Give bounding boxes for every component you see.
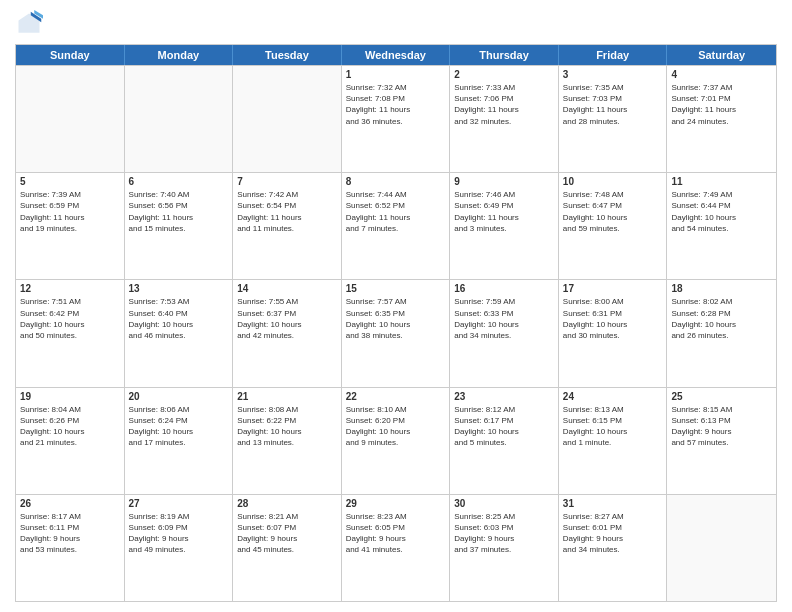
day-number: 20 bbox=[129, 391, 229, 402]
day-number: 1 bbox=[346, 69, 446, 80]
calendar-cell: 3Sunrise: 7:35 AM Sunset: 7:03 PM Daylig… bbox=[559, 66, 668, 172]
day-number: 21 bbox=[237, 391, 337, 402]
cell-text: Sunrise: 7:33 AM Sunset: 7:06 PM Dayligh… bbox=[454, 82, 554, 127]
day-number: 29 bbox=[346, 498, 446, 509]
cell-text: Sunrise: 7:37 AM Sunset: 7:01 PM Dayligh… bbox=[671, 82, 772, 127]
cell-text: Sunrise: 8:08 AM Sunset: 6:22 PM Dayligh… bbox=[237, 404, 337, 449]
day-number: 9 bbox=[454, 176, 554, 187]
calendar-cell bbox=[667, 495, 776, 601]
day-number: 28 bbox=[237, 498, 337, 509]
cell-text: Sunrise: 7:55 AM Sunset: 6:37 PM Dayligh… bbox=[237, 296, 337, 341]
day-number: 26 bbox=[20, 498, 120, 509]
cell-text: Sunrise: 7:51 AM Sunset: 6:42 PM Dayligh… bbox=[20, 296, 120, 341]
day-number: 12 bbox=[20, 283, 120, 294]
day-number: 4 bbox=[671, 69, 772, 80]
calendar-header: SundayMondayTuesdayWednesdayThursdayFrid… bbox=[16, 45, 776, 65]
cell-text: Sunrise: 8:13 AM Sunset: 6:15 PM Dayligh… bbox=[563, 404, 663, 449]
calendar-row-2: 5Sunrise: 7:39 AM Sunset: 6:59 PM Daylig… bbox=[16, 172, 776, 279]
calendar-cell: 2Sunrise: 7:33 AM Sunset: 7:06 PM Daylig… bbox=[450, 66, 559, 172]
calendar-cell: 24Sunrise: 8:13 AM Sunset: 6:15 PM Dayli… bbox=[559, 388, 668, 494]
calendar-cell: 31Sunrise: 8:27 AM Sunset: 6:01 PM Dayli… bbox=[559, 495, 668, 601]
cell-text: Sunrise: 8:27 AM Sunset: 6:01 PM Dayligh… bbox=[563, 511, 663, 556]
calendar-cell: 21Sunrise: 8:08 AM Sunset: 6:22 PM Dayli… bbox=[233, 388, 342, 494]
logo-icon bbox=[15, 10, 43, 38]
calendar-cell: 5Sunrise: 7:39 AM Sunset: 6:59 PM Daylig… bbox=[16, 173, 125, 279]
calendar-cell: 17Sunrise: 8:00 AM Sunset: 6:31 PM Dayli… bbox=[559, 280, 668, 386]
cell-text: Sunrise: 7:57 AM Sunset: 6:35 PM Dayligh… bbox=[346, 296, 446, 341]
cell-text: Sunrise: 7:48 AM Sunset: 6:47 PM Dayligh… bbox=[563, 189, 663, 234]
cell-text: Sunrise: 8:06 AM Sunset: 6:24 PM Dayligh… bbox=[129, 404, 229, 449]
day-number: 19 bbox=[20, 391, 120, 402]
cell-text: Sunrise: 8:17 AM Sunset: 6:11 PM Dayligh… bbox=[20, 511, 120, 556]
cell-text: Sunrise: 7:44 AM Sunset: 6:52 PM Dayligh… bbox=[346, 189, 446, 234]
calendar-cell: 14Sunrise: 7:55 AM Sunset: 6:37 PM Dayli… bbox=[233, 280, 342, 386]
calendar: SundayMondayTuesdayWednesdayThursdayFrid… bbox=[15, 44, 777, 602]
calendar-cell: 28Sunrise: 8:21 AM Sunset: 6:07 PM Dayli… bbox=[233, 495, 342, 601]
calendar-cell: 9Sunrise: 7:46 AM Sunset: 6:49 PM Daylig… bbox=[450, 173, 559, 279]
cell-text: Sunrise: 8:25 AM Sunset: 6:03 PM Dayligh… bbox=[454, 511, 554, 556]
day-number: 17 bbox=[563, 283, 663, 294]
day-number: 15 bbox=[346, 283, 446, 294]
calendar-row-1: 1Sunrise: 7:32 AM Sunset: 7:08 PM Daylig… bbox=[16, 65, 776, 172]
cell-text: Sunrise: 7:39 AM Sunset: 6:59 PM Dayligh… bbox=[20, 189, 120, 234]
day-number: 27 bbox=[129, 498, 229, 509]
calendar-body: 1Sunrise: 7:32 AM Sunset: 7:08 PM Daylig… bbox=[16, 65, 776, 601]
calendar-cell: 10Sunrise: 7:48 AM Sunset: 6:47 PM Dayli… bbox=[559, 173, 668, 279]
cell-text: Sunrise: 8:00 AM Sunset: 6:31 PM Dayligh… bbox=[563, 296, 663, 341]
day-number: 16 bbox=[454, 283, 554, 294]
calendar-cell: 15Sunrise: 7:57 AM Sunset: 6:35 PM Dayli… bbox=[342, 280, 451, 386]
calendar-cell: 11Sunrise: 7:49 AM Sunset: 6:44 PM Dayli… bbox=[667, 173, 776, 279]
cell-text: Sunrise: 8:19 AM Sunset: 6:09 PM Dayligh… bbox=[129, 511, 229, 556]
calendar-cell: 18Sunrise: 8:02 AM Sunset: 6:28 PM Dayli… bbox=[667, 280, 776, 386]
cell-text: Sunrise: 7:59 AM Sunset: 6:33 PM Dayligh… bbox=[454, 296, 554, 341]
calendar-cell: 19Sunrise: 8:04 AM Sunset: 6:26 PM Dayli… bbox=[16, 388, 125, 494]
logo bbox=[15, 10, 47, 38]
day-number: 23 bbox=[454, 391, 554, 402]
day-number: 5 bbox=[20, 176, 120, 187]
calendar-cell bbox=[125, 66, 234, 172]
weekday-header-wednesday: Wednesday bbox=[342, 45, 451, 65]
day-number: 8 bbox=[346, 176, 446, 187]
cell-text: Sunrise: 8:04 AM Sunset: 6:26 PM Dayligh… bbox=[20, 404, 120, 449]
day-number: 11 bbox=[671, 176, 772, 187]
page: SundayMondayTuesdayWednesdayThursdayFrid… bbox=[0, 0, 792, 612]
day-number: 3 bbox=[563, 69, 663, 80]
day-number: 10 bbox=[563, 176, 663, 187]
calendar-cell: 27Sunrise: 8:19 AM Sunset: 6:09 PM Dayli… bbox=[125, 495, 234, 601]
calendar-row-4: 19Sunrise: 8:04 AM Sunset: 6:26 PM Dayli… bbox=[16, 387, 776, 494]
calendar-cell: 22Sunrise: 8:10 AM Sunset: 6:20 PM Dayli… bbox=[342, 388, 451, 494]
cell-text: Sunrise: 8:21 AM Sunset: 6:07 PM Dayligh… bbox=[237, 511, 337, 556]
day-number: 14 bbox=[237, 283, 337, 294]
calendar-cell: 13Sunrise: 7:53 AM Sunset: 6:40 PM Dayli… bbox=[125, 280, 234, 386]
calendar-cell: 29Sunrise: 8:23 AM Sunset: 6:05 PM Dayli… bbox=[342, 495, 451, 601]
calendar-cell: 12Sunrise: 7:51 AM Sunset: 6:42 PM Dayli… bbox=[16, 280, 125, 386]
day-number: 24 bbox=[563, 391, 663, 402]
weekday-header-friday: Friday bbox=[559, 45, 668, 65]
calendar-cell: 4Sunrise: 7:37 AM Sunset: 7:01 PM Daylig… bbox=[667, 66, 776, 172]
cell-text: Sunrise: 8:23 AM Sunset: 6:05 PM Dayligh… bbox=[346, 511, 446, 556]
weekday-header-tuesday: Tuesday bbox=[233, 45, 342, 65]
day-number: 7 bbox=[237, 176, 337, 187]
calendar-cell bbox=[16, 66, 125, 172]
day-number: 25 bbox=[671, 391, 772, 402]
day-number: 13 bbox=[129, 283, 229, 294]
cell-text: Sunrise: 8:12 AM Sunset: 6:17 PM Dayligh… bbox=[454, 404, 554, 449]
calendar-cell: 7Sunrise: 7:42 AM Sunset: 6:54 PM Daylig… bbox=[233, 173, 342, 279]
cell-text: Sunrise: 7:46 AM Sunset: 6:49 PM Dayligh… bbox=[454, 189, 554, 234]
cell-text: Sunrise: 7:49 AM Sunset: 6:44 PM Dayligh… bbox=[671, 189, 772, 234]
calendar-cell: 8Sunrise: 7:44 AM Sunset: 6:52 PM Daylig… bbox=[342, 173, 451, 279]
calendar-cell: 1Sunrise: 7:32 AM Sunset: 7:08 PM Daylig… bbox=[342, 66, 451, 172]
cell-text: Sunrise: 7:40 AM Sunset: 6:56 PM Dayligh… bbox=[129, 189, 229, 234]
calendar-cell: 30Sunrise: 8:25 AM Sunset: 6:03 PM Dayli… bbox=[450, 495, 559, 601]
calendar-cell: 20Sunrise: 8:06 AM Sunset: 6:24 PM Dayli… bbox=[125, 388, 234, 494]
day-number: 22 bbox=[346, 391, 446, 402]
cell-text: Sunrise: 8:10 AM Sunset: 6:20 PM Dayligh… bbox=[346, 404, 446, 449]
cell-text: Sunrise: 7:53 AM Sunset: 6:40 PM Dayligh… bbox=[129, 296, 229, 341]
calendar-cell: 6Sunrise: 7:40 AM Sunset: 6:56 PM Daylig… bbox=[125, 173, 234, 279]
day-number: 6 bbox=[129, 176, 229, 187]
calendar-row-3: 12Sunrise: 7:51 AM Sunset: 6:42 PM Dayli… bbox=[16, 279, 776, 386]
day-number: 30 bbox=[454, 498, 554, 509]
calendar-cell: 26Sunrise: 8:17 AM Sunset: 6:11 PM Dayli… bbox=[16, 495, 125, 601]
weekday-header-monday: Monday bbox=[125, 45, 234, 65]
day-number: 18 bbox=[671, 283, 772, 294]
